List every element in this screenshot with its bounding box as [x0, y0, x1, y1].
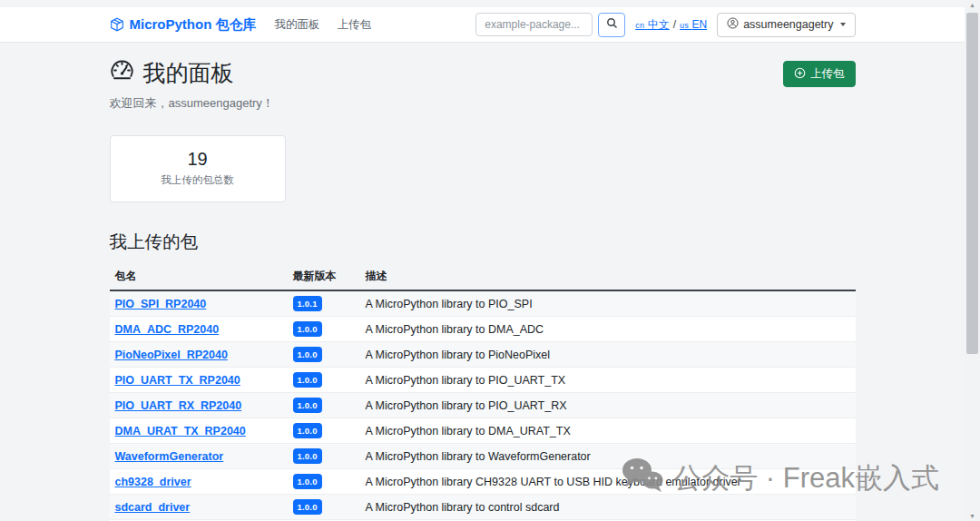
navbar-right: cn 中文 / us EN assumeengagetry: [475, 13, 855, 37]
stats-value: 19: [111, 149, 285, 170]
package-link[interactable]: WaveformGenerator: [115, 450, 224, 463]
lang-cn-prefix: cn: [635, 21, 644, 30]
table-row: PioNeoPixel_RP20401.0.0A MicroPython lib…: [110, 342, 856, 368]
page-title-label: 我的面板: [143, 58, 234, 88]
dashboard-header: 我的面板 上传包: [110, 58, 856, 88]
package-link[interactable]: DMA_URAT_TX_RP2040: [115, 425, 246, 437]
package-description: A MicroPython library to control sdcard: [360, 495, 856, 520]
user-dropdown-button[interactable]: assumeengagetry: [717, 13, 855, 37]
chevron-down-icon: [840, 23, 846, 26]
top-strip: [0, 0, 965, 7]
table-row: PIO_SPI_RP20401.0.1A MicroPython library…: [110, 290, 856, 317]
version-badge: 1.0.0: [293, 448, 322, 464]
table-row: PIO_UART_RX_RP20401.0.0A MicroPython lib…: [110, 393, 856, 418]
version-badge: 1.0.0: [293, 474, 322, 489]
packages-table: 包名 最新版本 描述 PIO_SPI_RP20401.0.1A MicroPyt…: [110, 265, 856, 521]
scrollbar-thumb[interactable]: [966, 13, 978, 354]
column-header-name: 包名: [110, 265, 288, 290]
search-icon: [606, 17, 618, 32]
lang-cn-link[interactable]: cn 中文: [635, 17, 669, 33]
navbar-inner: MicroPython 包仓库 我的面板 上传包: [110, 7, 856, 42]
package-description: A MicroPython library to PioNeoPixel: [360, 342, 856, 368]
package-description: A MicroPython library to DMA_URAT_TX: [360, 418, 856, 444]
version-badge: 1.0.0: [293, 321, 322, 337]
stats-card: 19 我上传的包总数: [110, 135, 286, 202]
package-link[interactable]: PIO_SPI_RP2040: [115, 298, 207, 310]
version-badge: 1.0.1: [293, 296, 322, 311]
search-button[interactable]: [598, 13, 625, 37]
column-header-version: 最新版本: [288, 265, 360, 290]
scroll-down-icon[interactable]: [965, 513, 980, 519]
lang-en-label: EN: [691, 18, 707, 31]
scroll-up-icon[interactable]: [965, 2, 980, 8]
nav-links: 我的面板 上传包: [275, 17, 372, 33]
language-switcher: cn 中文 / us EN: [635, 17, 707, 33]
upload-package-button[interactable]: 上传包: [783, 61, 856, 87]
search-input[interactable]: [475, 13, 593, 36]
table-row: DMA_ADC_RP20401.0.0A MicroPython library…: [110, 317, 856, 342]
table-row: sdcard_driver1.0.0A MicroPython library …: [110, 495, 856, 520]
lang-cn-label: 中文: [648, 18, 670, 31]
version-badge: 1.0.0: [293, 398, 322, 413]
page-viewport: MicroPython 包仓库 我的面板 上传包: [0, 0, 965, 521]
welcome-message: 欢迎回来，assumeengagetry！: [110, 95, 856, 112]
stats-label: 我上传的包总数: [111, 173, 285, 187]
page-title: 我的面板: [110, 58, 234, 88]
navbar: MicroPython 包仓库 我的面板 上传包: [0, 7, 965, 43]
package-description: A MicroPython library to WaveformGenerat…: [360, 444, 856, 469]
package-link[interactable]: PIO_UART_TX_RP2040: [115, 374, 240, 387]
nav-item-dashboard[interactable]: 我的面板: [275, 17, 320, 33]
lang-separator: /: [673, 18, 676, 31]
table-row: DMA_URAT_TX_RP20401.0.0A MicroPython lib…: [110, 418, 856, 444]
package-description: A MicroPython library to PIO_UART_RX: [360, 393, 856, 418]
table-header-row: 包名 最新版本 描述: [110, 265, 856, 290]
user-name-label: assumeengagetry: [743, 18, 833, 31]
plus-circle-icon: [794, 67, 806, 82]
package-description: A MicroPython library to PIO_UART_TX: [360, 368, 856, 393]
upload-button-label: 上传包: [810, 66, 845, 82]
brand-link[interactable]: MicroPython 包仓库: [110, 16, 257, 34]
page: MicroPython 包仓库 我的面板 上传包: [0, 0, 980, 521]
package-link[interactable]: sdcard_driver: [115, 501, 191, 514]
package-link[interactable]: PIO_UART_RX_RP2040: [115, 399, 242, 412]
package-table-body: PIO_SPI_RP20401.0.1A MicroPython library…: [110, 290, 856, 521]
package-description: A MicroPython library to PIO_SPI: [360, 290, 856, 317]
person-circle-icon: [727, 17, 739, 32]
version-badge: 1.0.0: [293, 423, 322, 438]
version-badge: 1.0.0: [293, 499, 322, 515]
version-badge: 1.0.0: [293, 372, 322, 388]
column-header-description: 描述: [360, 265, 856, 290]
table-row: ch9328_driver1.0.0A MicroPython library …: [110, 469, 856, 495]
speedometer-icon: [110, 58, 134, 88]
vertical-scrollbar[interactable]: [965, 0, 980, 521]
main-content: 我的面板 上传包 欢迎回来，assumeengagetry！ 19: [110, 58, 856, 521]
table-row: WaveformGenerator1.0.0A MicroPython libr…: [110, 444, 856, 469]
packages-section-title: 我上传的包: [110, 230, 856, 254]
package-link[interactable]: PioNeoPixel_RP2040: [115, 349, 228, 361]
lang-en-prefix: us: [680, 21, 689, 30]
brand-label: MicroPython 包仓库: [130, 16, 257, 34]
version-badge: 1.0.0: [293, 347, 322, 362]
package-description: A MicroPython library to DMA_ADC: [360, 317, 856, 342]
lang-en-link[interactable]: us EN: [680, 18, 707, 31]
table-row: PIO_UART_TX_RP20401.0.0A MicroPython lib…: [110, 368, 856, 393]
package-link[interactable]: DMA_ADC_RP2040: [115, 323, 220, 336]
package-box-icon: [110, 17, 124, 32]
packages-table-head: 包名 最新版本 描述: [110, 265, 856, 290]
package-link[interactable]: ch9328_driver: [115, 476, 191, 488]
nav-item-upload[interactable]: 上传包: [338, 17, 372, 33]
package-description: A MicroPython library CH9328 UART to USB…: [360, 469, 856, 495]
